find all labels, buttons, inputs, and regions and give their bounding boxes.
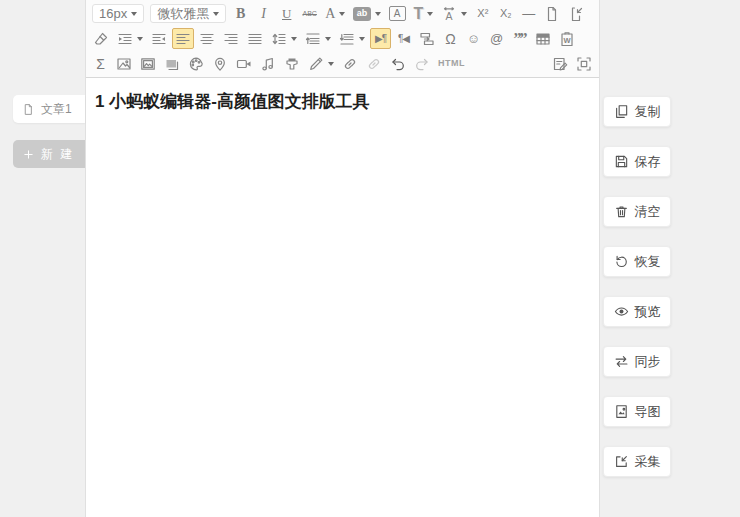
article-tabs: 文章1新 建: [13, 95, 85, 185]
align-left-button[interactable]: [172, 28, 194, 49]
align-right-button[interactable]: [220, 28, 242, 49]
fullscreen-button[interactable]: [573, 53, 595, 74]
font-color-button[interactable]: A: [322, 3, 348, 24]
link-button[interactable]: [339, 53, 361, 74]
redo-button[interactable]: [411, 53, 433, 74]
preview-label: 预览: [635, 303, 661, 321]
music-icon: [260, 56, 276, 72]
indent-icon: [117, 31, 133, 47]
space-after-icon: [339, 31, 355, 47]
subscript-label: X₂: [500, 8, 512, 19]
rtl-button[interactable]: ¶◀: [393, 28, 414, 49]
tab-article-1[interactable]: 文章1: [13, 95, 85, 123]
heading-style-button[interactable]: T: [411, 3, 437, 24]
palette-button[interactable]: [185, 53, 207, 74]
special-char-button[interactable]: Ω: [440, 28, 461, 49]
subscript-button[interactable]: X₂: [495, 3, 516, 24]
clear-label: 清空: [635, 203, 661, 221]
section-break-button[interactable]: [416, 28, 438, 49]
line-spacing-button[interactable]: [268, 28, 300, 49]
clear-format-button[interactable]: [90, 28, 112, 49]
article-heading[interactable]: 1 小蚂蚁编辑器-高颜值图文排版工具: [95, 91, 590, 113]
highlight-button[interactable]: ab: [350, 3, 384, 24]
tab-new-article[interactable]: 新 建: [13, 140, 85, 168]
outdent-icon: [151, 31, 167, 47]
dropdown-caret-icon: [213, 12, 219, 16]
text-border-button[interactable]: A: [386, 3, 409, 24]
document-column: 16px微软雅黑BIUABCAabATAX²X₂— ▶¶¶◀Ω☺@””W ΣHT…: [85, 0, 600, 517]
video-icon: [236, 56, 252, 72]
collect-button[interactable]: 采集: [603, 446, 671, 477]
unlink-button[interactable]: [363, 53, 385, 74]
font-family-label: 微软雅黑: [157, 7, 209, 20]
hanging-indent-button[interactable]: [148, 28, 170, 49]
app-window: 16px微软雅黑BIUABCAabATAX²X₂— ▶¶¶◀Ω☺@””W ΣHT…: [0, 0, 740, 517]
line-spacing-icon: [271, 31, 287, 47]
eraser-icon: [93, 31, 109, 47]
table-button[interactable]: [532, 28, 554, 49]
font-size-label: 16px: [99, 7, 127, 20]
dropdown-caret-icon: [328, 62, 334, 66]
font-size-select[interactable]: 16px: [92, 4, 144, 23]
html-button[interactable]: HTML: [435, 53, 468, 74]
gallery-icon: [140, 56, 156, 72]
export-map-button[interactable]: 导图: [603, 396, 671, 427]
paste-word-button[interactable]: W: [556, 28, 578, 49]
toolbar-row-2: ▶¶¶◀Ω☺@””W: [89, 26, 596, 51]
preview-button[interactable]: 预览: [603, 296, 671, 327]
sync-button[interactable]: 同步: [603, 346, 671, 377]
bold-button[interactable]: B: [230, 3, 251, 24]
undo-button[interactable]: [387, 53, 409, 74]
dropdown-caret-icon: [325, 37, 331, 41]
collect-label: 采集: [635, 453, 661, 471]
dropdown-caret-icon: [131, 12, 137, 16]
new-article-button[interactable]: [541, 3, 563, 24]
copy-label: 复制: [635, 103, 661, 121]
letter-spacing-icon: A: [441, 6, 457, 22]
formula-button[interactable]: Σ: [90, 53, 111, 74]
music-button[interactable]: [257, 53, 279, 74]
space-after-button[interactable]: [336, 28, 368, 49]
map-button[interactable]: [209, 53, 231, 74]
align-center-button[interactable]: [196, 28, 218, 49]
edit-source-button[interactable]: [549, 53, 571, 74]
restore-label: 恢复: [635, 253, 661, 271]
space-before-button[interactable]: [302, 28, 334, 49]
indent-button[interactable]: [114, 28, 146, 49]
letter-spacing-button[interactable]: A: [438, 3, 470, 24]
bold-label: B: [236, 7, 245, 21]
formula-label: Σ: [96, 57, 105, 71]
card-button[interactable]: [161, 53, 183, 74]
justify-button[interactable]: [244, 28, 266, 49]
copy-button[interactable]: 复制: [603, 96, 671, 127]
emoji-button[interactable]: ☺: [463, 28, 484, 49]
redo-icon: [414, 56, 430, 72]
svg-text:A: A: [446, 9, 453, 21]
strikethrough-button[interactable]: ABC: [299, 3, 320, 24]
format-brush-button[interactable]: [281, 53, 303, 74]
space-before-icon: [305, 31, 321, 47]
gallery-button[interactable]: [137, 53, 159, 74]
horizontal-rule-button[interactable]: —: [518, 3, 539, 24]
superscript-button[interactable]: X²: [472, 3, 493, 24]
magic-format-button[interactable]: [305, 53, 337, 74]
card-icon: [164, 56, 180, 72]
video-button[interactable]: [233, 53, 255, 74]
clear-button[interactable]: 清空: [603, 196, 671, 227]
import-article-button[interactable]: [565, 3, 587, 24]
blockquote-button[interactable]: ””: [509, 28, 530, 49]
editor-surface[interactable]: 1 小蚂蚁编辑器-高颜值图文排版工具: [86, 78, 599, 126]
palette-icon: [188, 56, 204, 72]
restore-button[interactable]: 恢复: [603, 246, 671, 277]
magic-pen-icon: [308, 56, 324, 72]
ltr-button[interactable]: ▶¶: [370, 28, 391, 49]
underline-button[interactable]: U: [276, 3, 297, 24]
collect-icon: [614, 454, 629, 469]
anchor-button[interactable]: @: [486, 28, 507, 49]
trash-icon: [614, 204, 629, 219]
font-family-select[interactable]: 微软雅黑: [150, 4, 226, 23]
italic-button[interactable]: I: [253, 3, 274, 24]
save-button[interactable]: 保存: [603, 146, 671, 177]
dropdown-caret-icon: [375, 12, 381, 16]
image-button[interactable]: [113, 53, 135, 74]
